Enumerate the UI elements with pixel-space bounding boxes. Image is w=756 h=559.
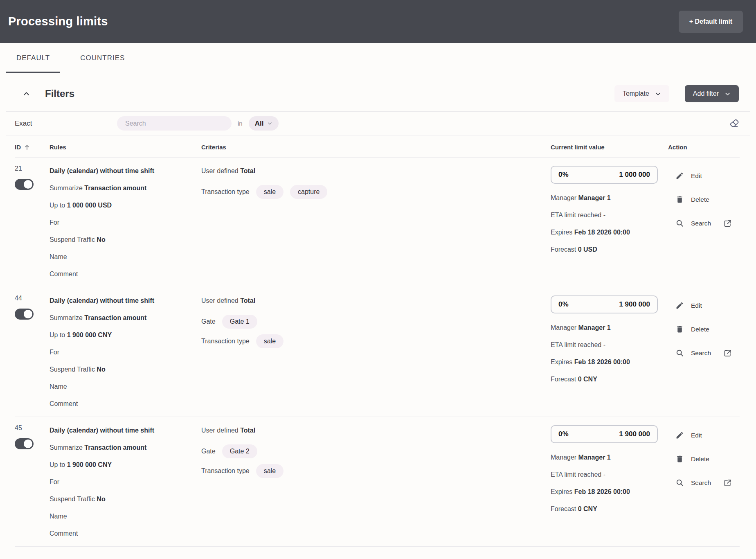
template-button[interactable]: Template (614, 85, 669, 102)
column-header-criterias: Criterias (201, 144, 551, 151)
in-label: in (238, 120, 243, 127)
criteria-transaction-type: Transaction type sale (201, 464, 551, 478)
tab-bar: DEFAULT COUNTRIES (0, 43, 756, 73)
search-button[interactable]: Search (675, 219, 732, 228)
delete-button[interactable]: Delete (675, 455, 709, 463)
rule-for: For (50, 214, 201, 231)
delete-button-label: Delete (691, 196, 709, 203)
delete-button[interactable]: Delete (675, 195, 709, 204)
delete-button[interactable]: Delete (675, 325, 709, 334)
trash-icon (675, 325, 684, 334)
chevron-down-icon (267, 121, 272, 126)
filters-header: Filters Template Add filter (0, 73, 756, 111)
limit-value: 1 900 000 (619, 430, 650, 438)
row-enabled-toggle[interactable] (15, 179, 34, 190)
rule-comment: Comment (50, 525, 201, 542)
edit-button-label: Edit (691, 172, 702, 180)
rule-name: Name (50, 508, 201, 525)
criteria-user-defined: User defined Total (201, 422, 551, 439)
limits-table: ID Rules Criterias Current limit value A… (15, 135, 740, 547)
transaction-type-chip: sale (256, 464, 284, 478)
limit-expires: Expires Feb 18 2026 00:00 (551, 483, 668, 500)
limit-manager: Manager Manager 1 (551, 449, 668, 466)
column-header-limit: Current limit value (551, 144, 668, 151)
top-bar: Processing limits + Default limit (0, 0, 756, 43)
edit-button[interactable]: Edit (675, 171, 702, 180)
rule-suspend-traffic: Suspend Traffic No (50, 231, 201, 248)
rule-name: Name (50, 248, 201, 266)
rule-for: For (50, 473, 201, 491)
rule-for: For (50, 344, 201, 361)
row-id: 45 (15, 422, 50, 434)
current-limit-box: 0% 1 900 000 (551, 425, 658, 443)
tab-default[interactable]: DEFAULT (6, 43, 60, 73)
pencil-icon (675, 171, 684, 180)
rule-summarize: Summarize Transaction amount (50, 439, 201, 456)
column-header-id[interactable]: ID (15, 144, 50, 151)
magnifier-icon (675, 349, 684, 357)
rule-summarize: Summarize Transaction amount (50, 309, 201, 327)
clear-filter-button[interactable] (729, 118, 740, 129)
chevron-down-icon (724, 91, 731, 97)
magnifier-icon (675, 478, 684, 487)
limit-eta: ETA limit reached - (551, 207, 668, 224)
limit-value: 1 000 000 (619, 171, 650, 179)
rule-period: Daily (calendar) without time shift (50, 292, 201, 309)
column-header-rules: Rules (50, 144, 201, 151)
row-enabled-toggle[interactable] (15, 309, 34, 320)
edit-button[interactable]: Edit (675, 431, 702, 440)
limit-expires: Expires Feb 18 2026 00:00 (551, 224, 668, 241)
exact-filter-row: Exact in All (0, 112, 756, 135)
limit-eta: ETA limit reached - (551, 336, 668, 354)
filters-collapse-button[interactable] (22, 90, 30, 98)
table-row: 44 Daily (calendar) without time shift S… (15, 287, 740, 417)
pencil-icon (675, 301, 684, 310)
rule-period: Daily (calendar) without time shift (50, 422, 201, 439)
pencil-icon (675, 431, 684, 440)
current-limit-box: 0% 1 900 000 (551, 295, 658, 313)
row-id: 21 (15, 162, 50, 175)
limit-value: 1 900 000 (619, 300, 650, 309)
add-default-limit-button[interactable]: + Default limit (679, 11, 743, 33)
criteria-user-defined: User defined Total (201, 292, 551, 309)
add-filter-button-label: Add filter (693, 90, 719, 97)
page-title: Processing limits (8, 15, 108, 28)
tab-countries[interactable]: COUNTRIES (70, 43, 135, 73)
limit-forecast: Forecast 0 CNY (551, 500, 668, 518)
chevron-down-icon (655, 91, 661, 97)
rule-up-to: Up to 1 900 000 CNY (50, 456, 201, 473)
edit-button[interactable]: Edit (675, 301, 702, 310)
delete-button-label: Delete (691, 455, 709, 463)
rule-comment: Comment (50, 395, 201, 412)
limit-percent: 0% (558, 300, 569, 309)
search-button-label: Search (691, 479, 711, 487)
trash-icon (675, 455, 684, 463)
current-limit-box: 0% 1 000 000 (551, 166, 658, 184)
trash-icon (675, 195, 684, 204)
eraser-icon (729, 118, 740, 129)
external-link-icon (724, 219, 732, 228)
table-header-row: ID Rules Criterias Current limit value A… (15, 135, 740, 158)
search-button[interactable]: Search (675, 478, 732, 487)
edit-button-label: Edit (691, 432, 702, 439)
criteria-transaction-type: Transaction type sale (201, 334, 551, 348)
rule-period: Daily (calendar) without time shift (50, 162, 201, 180)
add-filter-button[interactable]: Add filter (685, 85, 739, 102)
rule-suspend-traffic: Suspend Traffic No (50, 361, 201, 378)
transaction-type-chip: sale (256, 334, 284, 348)
row-enabled-toggle[interactable] (15, 438, 34, 449)
magnifier-icon (675, 219, 684, 228)
table-row: 45 Daily (calendar) without time shift S… (15, 417, 740, 547)
search-button-label: Search (691, 220, 711, 227)
search-input[interactable] (117, 116, 232, 131)
limit-manager: Manager Manager 1 (551, 189, 668, 207)
scope-select[interactable]: All (249, 116, 279, 131)
rule-up-to: Up to 1 000 000 USD (50, 197, 201, 214)
table-row: 21 Daily (calendar) without time shift S… (15, 158, 740, 287)
column-header-action: Action (668, 144, 740, 151)
gate-chip: Gate 1 (222, 315, 257, 329)
search-button[interactable]: Search (675, 349, 732, 357)
scope-select-value: All (255, 119, 264, 128)
rule-up-to: Up to 1 900 000 CNY (50, 327, 201, 344)
row-id: 44 (15, 292, 50, 304)
